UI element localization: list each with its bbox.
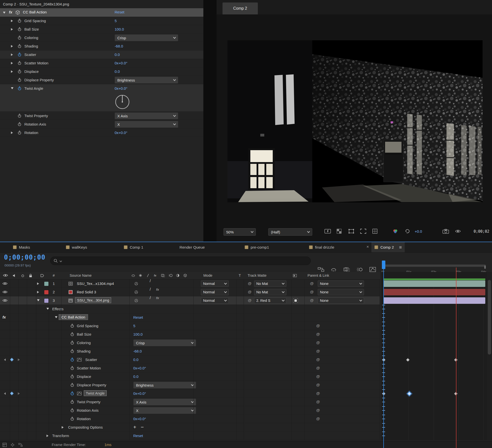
panel-tab-wallkeys[interactable]: wallKeys [63, 242, 90, 252]
timeline-vertical-scrollbar[interactable] [487, 272, 492, 440]
pick-whip-icon[interactable]: @ [310, 281, 314, 285]
pick-whip-icon[interactable]: @ [316, 416, 320, 421]
twist-property-dropdown[interactable]: X Axis [133, 399, 196, 405]
stopwatch-icon[interactable] [17, 36, 22, 40]
pick-whip-icon[interactable]: @ [316, 391, 320, 395]
property-label[interactable]: Displace Property [77, 383, 106, 387]
pick-whip-icon[interactable]: @ [316, 408, 320, 412]
property-value[interactable]: -68.0 [133, 349, 142, 353]
expand-arrow-icon[interactable] [62, 426, 64, 429]
timeline-search-input[interactable] [50, 257, 311, 265]
ecp-row-rotation[interactable]: Rotation0x+0.0° [0, 129, 203, 137]
property-label[interactable]: Scatter [85, 358, 97, 362]
ecp-row-grid-spacing[interactable]: Grid Spacing5 [0, 17, 203, 25]
layer-name[interactable]: SSU_Tex...x1304.mp4 [77, 281, 114, 286]
expand-arrow-icon[interactable] [11, 20, 13, 22]
previous-keyframe-icon[interactable] [4, 392, 6, 395]
playhead-handle[interactable] [382, 261, 385, 269]
tl-prop-rotation-axis[interactable]: Rotation AxisX@ [0, 406, 380, 415]
property-label[interactable]: Ball Size [77, 332, 91, 336]
panel-tab-render-queue[interactable]: Render Queue [177, 242, 208, 252]
parent-link-dropdown[interactable]: None [318, 297, 364, 304]
layer-name[interactable]: SSU_Tex...304.png [75, 297, 111, 303]
effect-header-row[interactable]: fx CC Ball Action Reset [0, 8, 203, 17]
column-mode[interactable]: Mode [203, 273, 212, 277]
flowchart-mini-icon[interactable] [18, 443, 23, 447]
property-label[interactable]: Rotation Axis [77, 408, 99, 412]
property-label[interactable]: Rotation [77, 417, 91, 421]
pick-whip-icon[interactable]: @ [316, 349, 320, 353]
track-matte-dropdown[interactable]: 2. Red S [254, 297, 286, 304]
tl-prop-scatter-motion[interactable]: Scatter Motion0x+0.0°@ [0, 364, 380, 372]
shy-icon[interactable] [331, 267, 337, 272]
color-channels-icon[interactable] [392, 229, 398, 234]
expand-arrow-icon[interactable] [11, 53, 13, 56]
pick-whip-icon[interactable]: @ [248, 281, 252, 285]
expand-arrow-icon[interactable] [11, 28, 13, 31]
blend-mode-dropdown[interactable]: Normal [201, 280, 229, 287]
ecp-row-scatter[interactable]: Scatter0.0 [0, 50, 203, 59]
viewer-tab-comp2[interactable]: Comp 2 [223, 2, 258, 14]
composition-mini-icon[interactable] [2, 443, 7, 447]
effect-name[interactable]: CC Ball Action [59, 314, 88, 320]
layer-expand-arrow-icon[interactable] [37, 291, 39, 293]
twist-property-dropdown[interactable]: X Axis [115, 112, 178, 119]
exposure-value[interactable]: +0.0 [415, 229, 422, 233]
compositing-options-row[interactable]: Compositing Options+− [0, 423, 380, 432]
stopwatch-icon[interactable] [70, 408, 74, 412]
layer-visibility-eye-icon[interactable] [2, 290, 7, 294]
pick-whip-icon[interactable]: @ [310, 290, 314, 294]
tl-prop-rotation[interactable]: Rotation0x+0.0°@ [0, 415, 380, 423]
pick-whip-icon[interactable]: @ [316, 323, 320, 328]
property-value[interactable]: 0x+0.0° [133, 417, 146, 421]
pick-whip-icon[interactable]: @ [310, 298, 314, 302]
graph-editor-icon[interactable] [369, 267, 376, 272]
property-label[interactable]: Grid Spacing [77, 324, 98, 328]
search-options-chevron-icon[interactable] [60, 260, 62, 262]
time-navigator[interactable] [382, 265, 486, 267]
tl-prop-twist-angle[interactable]: Twist Angle0x+0.0°@ [0, 389, 380, 398]
property-value[interactable]: 0x+0.0° [115, 86, 127, 90]
stopwatch-icon[interactable] [70, 341, 74, 345]
current-timecode[interactable]: 0;00;00;00 [4, 254, 45, 261]
property-value[interactable]: 0x+0.0° [133, 366, 146, 370]
grid-guides-icon[interactable] [372, 229, 378, 234]
stopwatch-icon[interactable] [70, 324, 74, 328]
parent-link-dropdown[interactable]: None [318, 289, 364, 295]
stopwatch-icon[interactable] [70, 417, 74, 421]
ecp-row-rotation-axis[interactable]: Rotation AxisX [0, 120, 203, 129]
work-area-bar[interactable] [384, 278, 485, 280]
parent-link-dropdown[interactable]: None [318, 280, 364, 287]
layer-visibility-eye-icon[interactable] [2, 282, 7, 285]
stopwatch-icon[interactable] [70, 358, 74, 362]
property-value[interactable]: 0x+0.0° [115, 131, 127, 135]
collapse-transformations-icon[interactable] [134, 299, 138, 303]
stopwatch-icon[interactable] [17, 52, 22, 57]
comp-mini-flowchart-icon[interactable] [318, 267, 324, 272]
property-value[interactable]: -68.0 [115, 44, 123, 48]
collapse-transformations-icon[interactable] [134, 282, 138, 286]
expand-arrow-icon[interactable] [46, 435, 48, 437]
ecp-row-displace[interactable]: Displace0.0 [0, 67, 203, 76]
property-value[interactable]: 5 [115, 19, 117, 23]
layer-visibility-eye-icon[interactable] [2, 299, 7, 302]
property-value[interactable]: 100.0 [115, 27, 124, 31]
pick-whip-icon[interactable]: @ [316, 383, 320, 387]
stopwatch-icon[interactable] [17, 69, 22, 74]
pick-whip-icon[interactable]: @ [316, 357, 320, 361]
layer-row-2[interactable]: 2Red Solid 3/fxNormal@No Mat@None [0, 288, 380, 296]
ecp-row-twist-property[interactable]: Twist PropertyX Axis [0, 112, 203, 120]
effects-group-row[interactable]: Effects [0, 305, 380, 313]
property-label[interactable]: Shading [77, 349, 90, 353]
region-of-interest-icon[interactable] [360, 229, 366, 234]
pick-whip-icon[interactable]: @ [248, 298, 252, 302]
resolution-dropdown[interactable]: (Half) [268, 228, 312, 236]
graph-toggle-icon[interactable] [77, 358, 82, 361]
navigator-handle-right[interactable] [484, 266, 486, 269]
expand-arrow-icon[interactable] [11, 62, 13, 64]
ecp-row-twist-angle[interactable]: Twist Angle0x+0.0° [0, 84, 203, 93]
tl-prop-scatter[interactable]: Scatter0.0@ [0, 356, 380, 364]
panel-menu-icon[interactable]: ≡ [399, 245, 402, 250]
coloring-dropdown[interactable]: Crisp [133, 339, 196, 346]
pick-whip-icon[interactable]: @ [316, 340, 320, 345]
